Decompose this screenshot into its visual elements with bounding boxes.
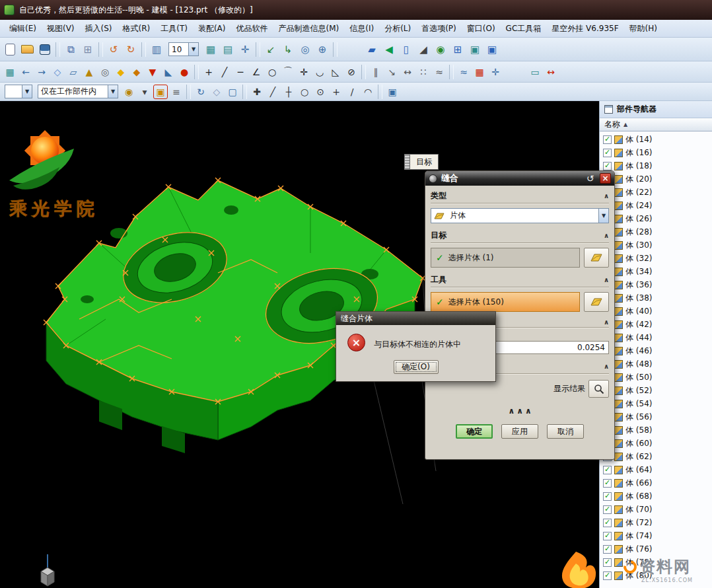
menu-item[interactable]: 产品制造信息(M) (273, 20, 345, 37)
block-icon[interactable]: ▰ (364, 42, 380, 57)
navigator-row[interactable]: ✓ 体 (72) (600, 516, 712, 529)
target-selection-box[interactable]: ✓ 选择片体 (1) (431, 248, 580, 268)
ruler-icon[interactable]: ▭ (528, 65, 542, 79)
fillet-icon[interactable]: ◡ (312, 65, 327, 79)
tool-selection-box[interactable]: ✓ 选择片体 (150) (431, 292, 580, 312)
hline-icon[interactable]: ─ (233, 65, 248, 79)
datum-plane-icon[interactable]: ◇ (50, 65, 65, 79)
selection-filter-combo[interactable]: ▼ (5, 85, 32, 98)
redo-icon[interactable]: ↻ (123, 42, 139, 57)
navigator-row[interactable]: ✓ 体 (74) (600, 529, 712, 542)
menu-item[interactable]: 信息(I) (344, 20, 379, 37)
snap-center-icon[interactable]: ⊙ (313, 85, 328, 99)
error-dialog-titlebar[interactable]: 缝合片体 (336, 312, 495, 325)
navigator-row[interactable]: ✓ 体 (36) (600, 278, 712, 291)
point-icon[interactable]: + (201, 65, 216, 79)
chart-icon[interactable]: ◢ (415, 42, 431, 57)
navigator-row[interactable]: ✓ 体 (68) (600, 490, 712, 503)
orient-icon[interactable]: ✛ (237, 42, 253, 57)
tree-icon[interactable]: ⊞ (450, 42, 466, 57)
save-icon[interactable] (40, 44, 50, 55)
tool-section-header[interactable]: 工具 ∧ (431, 274, 609, 287)
circle-icon[interactable]: ○ (265, 65, 279, 79)
sew-dialog-titlebar[interactable]: 缝合 ↺ × (425, 171, 614, 186)
wave-link-icon[interactable]: ≈ (456, 65, 471, 79)
menu-item[interactable]: 星空外挂 V6.935F (546, 20, 623, 37)
trim-icon[interactable]: ⊘ (344, 65, 359, 79)
select-sheet-button[interactable] (584, 292, 609, 312)
hole-icon[interactable]: ◎ (98, 65, 112, 79)
green-back-icon[interactable]: ◀ (381, 42, 397, 57)
menu-item[interactable]: 窗口(O) (462, 20, 501, 37)
type-combo[interactable]: 片体 ▼ (431, 208, 609, 223)
navigator-row[interactable]: ✓ 体 (50) (600, 371, 712, 384)
collapse-chevron-icon[interactable]: ∧ (604, 232, 609, 239)
checkbox-icon[interactable]: ✓ (603, 162, 612, 170)
target-icon[interactable]: ◎ (297, 42, 313, 57)
menu-item[interactable]: 编辑(E) (4, 20, 42, 37)
unite-icon[interactable]: ◆ (114, 65, 128, 79)
grid-icon[interactable]: ▦ (3, 65, 17, 79)
navigator-row[interactable]: ✓ 体 (58) (600, 423, 712, 437)
navigator-row[interactable]: ✓ 体 (22) (600, 186, 712, 199)
move-icon[interactable]: ✚ (250, 85, 264, 99)
new-icon[interactable] (5, 44, 15, 55)
monitor-blue-icon[interactable]: ▣ (484, 42, 500, 57)
menu-drop-icon[interactable]: ▾ (137, 85, 152, 99)
type-section-header[interactable]: 类型 ∧ (431, 190, 609, 203)
red-frame-icon[interactable]: ▣ (153, 85, 168, 99)
chevron-down-icon[interactable]: ▼ (22, 85, 32, 98)
snap-tangent-icon[interactable]: ◠ (361, 85, 375, 99)
navigator-row[interactable]: ✓ 体 (34) (600, 265, 712, 278)
navigator-row[interactable]: ✓ 体 (60) (600, 437, 712, 450)
menu-item[interactable]: 工具(T) (155, 20, 193, 37)
cross-icon[interactable]: ✛ (297, 65, 311, 79)
menu-item[interactable]: 格式(R) (118, 20, 156, 37)
checkbox-icon[interactable]: ✓ (603, 135, 612, 144)
undo-icon[interactable]: ↺ (106, 42, 122, 57)
navigator-row[interactable]: ✓ 体 (40) (600, 305, 712, 318)
collapse-chevron-icon[interactable]: ∧ (604, 192, 609, 200)
ok-button[interactable]: 确定 (456, 424, 493, 439)
checkbox-icon[interactable]: ✓ (603, 479, 612, 488)
collapse-all-chevrons[interactable]: ∧ ∧ ∧ (431, 406, 609, 416)
snap-point-icon[interactable]: + (329, 85, 343, 99)
cancel-button[interactable]: 取消 (547, 424, 584, 439)
navigator-row[interactable]: ✓ 体 (56) (600, 410, 712, 423)
window-titlebar[interactable]: 自己优秀，然后更骄傲的生活--明晚 - 建模 - [123.prt （修改的）] (0, 0, 712, 20)
wcs-icon[interactable]: ▣ (385, 85, 400, 99)
collapse-chevron-icon[interactable]: ∧ (604, 276, 609, 283)
checkbox-icon[interactable]: ✓ (603, 149, 612, 157)
checkbox-icon[interactable]: ✓ (603, 532, 612, 540)
collapse-chevron-icon[interactable]: ∧ (604, 318, 609, 326)
snap-arrow-icon[interactable]: ↙ (263, 42, 279, 57)
checkbox-icon[interactable]: ✓ (603, 545, 612, 554)
subtract-icon[interactable]: ◆ (129, 65, 144, 79)
navigator-row[interactable]: ✓ 体 (76) (600, 542, 712, 556)
drag-handle-icon[interactable] (404, 154, 410, 170)
angle-line-icon[interactable]: ∠ (249, 65, 264, 79)
pour-icon[interactable]: ▼ (145, 65, 160, 79)
open-icon[interactable] (21, 45, 34, 54)
chevron-down-icon[interactable]: ▼ (108, 85, 118, 98)
pattern-icon[interactable]: ∷ (416, 65, 431, 79)
snap-plus-icon[interactable]: ✛ (488, 65, 503, 79)
navigator-row[interactable]: ✓ 体 (26) (600, 212, 712, 225)
globe-icon[interactable]: ◉ (433, 42, 448, 57)
navigator-row[interactable]: ✓ 体 (20) (600, 172, 712, 186)
menu-item[interactable]: 优品软件 (231, 20, 273, 37)
collapse-chevron-icon[interactable]: ∧ (604, 363, 609, 370)
menu-item[interactable]: 首选项(P) (416, 20, 462, 37)
zoom-combo[interactable]: 10 ▼ (168, 42, 199, 56)
mirror-icon[interactable]: ↔ (400, 65, 415, 79)
navigator-row[interactable]: ✓ 体 (70) (600, 503, 712, 516)
line-icon[interactable]: ╱ (217, 65, 232, 79)
apply-button[interactable]: 应用 (501, 424, 538, 439)
paste-icon[interactable]: ⊞ (80, 42, 96, 57)
monitor-teal-icon[interactable]: ▣ (467, 42, 483, 57)
error-ok-button[interactable]: 确定(O) (394, 360, 439, 374)
navigator-row[interactable]: ✓ 体 (38) (600, 291, 712, 305)
fit-view-icon[interactable]: ⊕ (314, 42, 330, 57)
checkbox-icon[interactable]: ✓ (603, 558, 612, 567)
thicken-icon[interactable]: ◣ (161, 65, 176, 79)
